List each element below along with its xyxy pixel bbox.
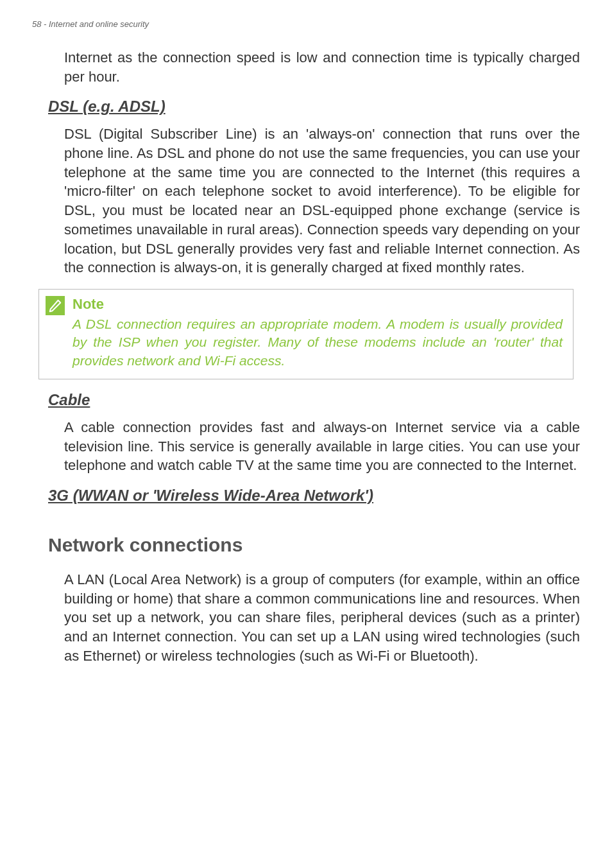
wwan-heading: 3G (WWAN or 'Wireless Wide-Area Network'…: [48, 487, 580, 505]
note-title: Note: [72, 296, 563, 313]
pencil-icon: [46, 296, 65, 315]
note-box: Note A DSL connection requires an approp…: [38, 289, 574, 379]
network-body-paragraph: A LAN (Local Area Network) is a group of…: [64, 570, 580, 665]
network-connections-heading: Network connections: [48, 534, 580, 556]
cable-body-paragraph: A cable connection provides fast and alw…: [64, 418, 580, 475]
cable-heading: Cable: [48, 391, 580, 409]
page-header: 58 - Internet and online security: [32, 19, 580, 29]
note-body: A DSL connection requires an appropriate…: [72, 315, 563, 370]
intro-continuation-paragraph: Internet as the connection speed is low …: [64, 48, 580, 86]
dsl-heading: DSL (e.g. ADSL): [48, 98, 580, 116]
dsl-body-paragraph: DSL (Digital Subscriber Line) is an 'alw…: [64, 125, 580, 277]
